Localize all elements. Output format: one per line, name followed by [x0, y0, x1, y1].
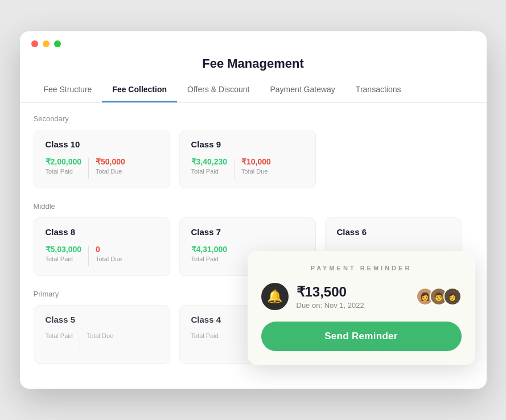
class-10-due-stat: ₹50,000 Total Due [96, 157, 125, 175]
close-dot[interactable] [31, 40, 38, 47]
class-8-paid-value: ₹5,03,000 [46, 245, 82, 254]
class-10-divider [88, 158, 89, 179]
card-class-5-stats: Total Paid Total Due [46, 332, 158, 354]
class-8-divider [88, 246, 89, 266]
reminder-due-date: Due on: Nov 1, 2022 [297, 301, 364, 310]
class-7-paid-stat: ₹4,31,000 Total Paid [191, 245, 228, 262]
class-10-due-label: Total Due [96, 168, 125, 175]
class-9-due-stat: ₹10,000 Total Due [241, 157, 271, 175]
class-4-paid-label: Total Paid [191, 332, 219, 339]
card-class-9-stats: ₹3,40,230 Total Paid ₹10,000 Total Due [191, 157, 304, 179]
card-class-5-title: Class 5 [46, 315, 158, 324]
card-class-9-title: Class 9 [191, 139, 304, 149]
card-class-8-stats: ₹5,03,000 Total Paid 0 Total Due [46, 245, 158, 266]
class-9-paid-stat: ₹3,40,230 Total Paid [191, 157, 228, 175]
class-10-paid-label: Total Paid [46, 168, 82, 175]
secondary-cards-row: Class 10 ₹2,00,000 Total Paid ₹50,000 To… [34, 130, 473, 188]
main-content: Secondary Class 10 ₹2,00,000 Total Paid … [20, 103, 487, 389]
payment-reminder-overlay: PAYMENT REMINDER 🔔 ₹13,500 Due on: Nov 1… [248, 251, 475, 365]
avatars-group: 👩 👨 👩 [416, 287, 462, 306]
class-7-paid-value: ₹4,31,000 [191, 245, 228, 254]
tab-nav: Fee Structure Fee Collection Offers & Di… [20, 78, 487, 103]
send-reminder-button[interactable]: Send Reminder [261, 322, 462, 351]
maximize-dot[interactable] [54, 40, 61, 47]
class-5-paid-label: Total Paid [46, 332, 73, 339]
avatar-3: 👩 [443, 287, 462, 306]
tab-payment-gateway[interactable]: Payment Gateway [260, 78, 345, 102]
reminder-body: 🔔 ₹13,500 Due on: Nov 1, 2022 👩 👨 👩 [261, 283, 462, 310]
card-class-6-title: Class 6 [337, 227, 450, 237]
card-class-8: Class 8 ₹5,03,000 Total Paid 0 Total Due [34, 217, 170, 276]
class-10-paid-stat: ₹2,00,000 Total Paid [46, 157, 82, 175]
card-class-5: Class 5 Total Paid Total Due [34, 305, 170, 364]
tab-fee-collection[interactable]: Fee Collection [102, 78, 177, 102]
card-class-8-title: Class 8 [46, 227, 158, 237]
class-5-due-label: Total Due [87, 332, 113, 339]
class-9-paid-value: ₹3,40,230 [191, 157, 228, 166]
reminder-amount: ₹13,500 [297, 284, 364, 300]
class-5-divider [80, 333, 80, 354]
class-8-paid-label: Total Paid [46, 256, 82, 262]
card-class-10-title: Class 10 [46, 139, 158, 149]
tab-offers-discount[interactable]: Offers & Discount [177, 78, 260, 102]
reminder-header: PAYMENT REMINDER [261, 265, 462, 271]
class-10-paid-value: ₹2,00,000 [46, 157, 82, 166]
card-class-10-stats: ₹2,00,000 Total Paid ₹50,000 Total Due [46, 157, 158, 179]
card-class-9: Class 9 ₹3,40,230 Total Paid ₹10,000 Tot… [179, 130, 316, 188]
class-8-due-value: 0 [96, 245, 122, 254]
class-5-paid-stat: Total Paid [46, 332, 73, 339]
class-9-paid-label: Total Paid [191, 168, 228, 175]
class-8-due-label: Total Due [96, 256, 122, 262]
minimize-dot[interactable] [43, 40, 50, 47]
main-window: Fee Management Fee Structure Fee Collect… [20, 31, 487, 389]
tab-fee-structure[interactable]: Fee Structure [34, 78, 102, 102]
avatar-3-img: 👩 [445, 289, 460, 304]
class-9-due-value: ₹10,000 [241, 157, 271, 166]
class-8-due-stat: 0 Total Due [96, 245, 122, 262]
section-middle-label: Middle [34, 202, 473, 211]
class-8-paid-stat: ₹5,03,000 Total Paid [46, 245, 82, 262]
class-9-divider [234, 158, 235, 179]
card-class-10: Class 10 ₹2,00,000 Total Paid ₹50,000 To… [34, 130, 170, 188]
tab-transactions[interactable]: Transactions [345, 78, 412, 102]
page-title: Fee Management [20, 47, 487, 71]
class-10-due-value: ₹50,000 [96, 157, 125, 166]
class-9-due-label: Total Due [241, 168, 271, 175]
class-5-due-stat: Total Due [87, 332, 113, 339]
section-secondary-label: Secondary [34, 114, 473, 123]
class-4-paid-stat: Total Paid [191, 332, 219, 339]
card-class-7-title: Class 7 [191, 227, 304, 237]
bell-icon: 🔔 [261, 283, 289, 310]
section-secondary: Secondary Class 10 ₹2,00,000 Total Paid … [34, 114, 473, 188]
title-bar [20, 31, 487, 47]
class-7-paid-label: Total Paid [191, 256, 228, 262]
reminder-info: ₹13,500 Due on: Nov 1, 2022 [297, 284, 364, 310]
